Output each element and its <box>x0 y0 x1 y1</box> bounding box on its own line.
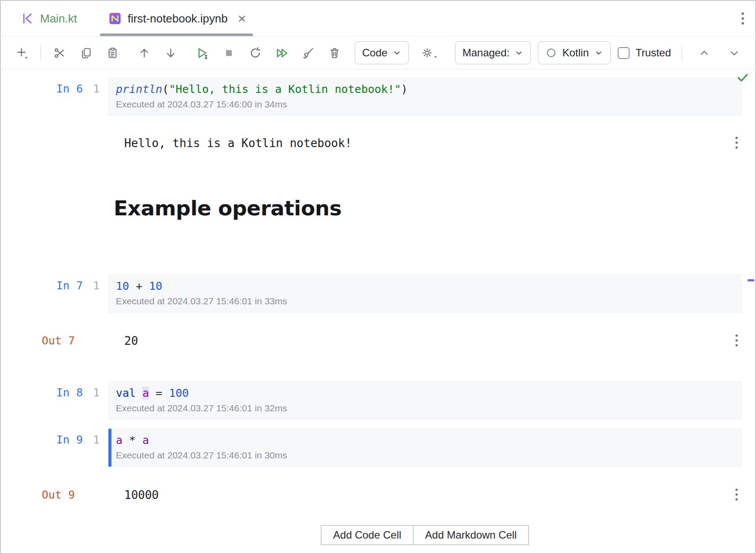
move-cell-up-button[interactable] <box>133 41 156 64</box>
output-options-kebab-icon[interactable] <box>735 488 738 501</box>
code-editor[interactable]: a * a Executed at 2024.03.27 15:46:01 in… <box>108 428 741 467</box>
settings-gear-button[interactable] <box>418 41 441 64</box>
run-all-icon <box>275 46 289 60</box>
next-cell-button[interactable] <box>723 41 745 64</box>
code-editor[interactable]: 10 + 10 Executed at 2024.03.27 15:46:01 … <box>108 274 741 313</box>
move-cell-down-button[interactable] <box>159 41 182 64</box>
code-line: a * a <box>116 432 734 448</box>
trash-icon <box>328 47 341 59</box>
restart-icon <box>249 47 262 59</box>
cell-in-label: In 6 <box>1 81 83 97</box>
output-text: 20 <box>124 332 138 350</box>
cut-cell-button[interactable] <box>48 41 71 64</box>
chevron-down-icon <box>728 47 740 59</box>
add-cell-footer: Add Code CellAdd Markdown Cell <box>108 525 741 545</box>
broom-icon <box>302 47 315 59</box>
output-options-kebab-icon[interactable] <box>735 334 738 347</box>
output-text: 10000 <box>124 486 159 504</box>
paste-icon <box>106 47 119 59</box>
close-tab-icon[interactable]: × <box>238 11 246 26</box>
cell-output-out9: Out 9 10000 <box>1 486 755 504</box>
clear-outputs-button[interactable] <box>296 41 319 64</box>
code-line: println("Hello, this is a Kotlin noteboo… <box>116 81 734 97</box>
prev-cell-button[interactable] <box>693 41 715 64</box>
cell-success-check-icon <box>736 70 750 85</box>
kernel-dropdown[interactable]: Kotlin <box>538 41 610 64</box>
kotlin-file-icon <box>21 12 34 25</box>
run-cell-button[interactable] <box>191 41 214 64</box>
markdown-heading[interactable]: Example operations <box>114 194 741 222</box>
add-markdown-cell-button[interactable]: Add Markdown Cell <box>414 525 529 545</box>
stop-kernel-button[interactable] <box>217 41 240 64</box>
notebook-toolbar: Code Managed: <box>1 37 755 70</box>
code-token: 100 <box>169 387 189 399</box>
scissors-icon <box>53 47 66 59</box>
tab-options-kebab-icon[interactable] <box>741 11 745 26</box>
kernel-value: Kotlin <box>562 47 589 59</box>
paste-cell-button[interactable] <box>101 41 124 64</box>
run-all-button[interactable] <box>270 41 293 64</box>
trusted-checkbox[interactable]: Trusted <box>618 47 671 59</box>
run-icon <box>196 46 209 60</box>
ide-window: Main.kt first-notebook.ipynb × <box>0 0 756 554</box>
cell-gutter: In 6 1 <box>1 78 108 116</box>
notebook-file-icon <box>108 11 122 26</box>
editor-tab-bar: Main.kt first-notebook.ipynb × <box>1 1 755 37</box>
code-token: a <box>116 434 122 447</box>
chevron-down-icon <box>393 48 401 57</box>
arrow-down-icon <box>164 47 177 59</box>
toolbar-separator <box>682 45 682 60</box>
code-line: val a = 100 <box>116 385 734 401</box>
delete-cell-button[interactable] <box>323 41 346 64</box>
code-editor[interactable]: val a = 100 Executed at 2024.03.27 15:46… <box>108 381 741 420</box>
line-number: 1 <box>93 278 100 294</box>
output-text: Hello, this is a Kotlin notebook! <box>124 134 352 152</box>
code-editor[interactable]: println("Hello, this is a Kotlin noteboo… <box>108 78 741 116</box>
stop-icon <box>222 47 235 59</box>
code-cell-in9[interactable]: In 9 1 a * a Executed at 2024.03.27 15:4… <box>1 428 755 467</box>
code-cell-in7[interactable]: In 7 1 10 + 10 Executed at 2024.03.27 15… <box>1 274 755 313</box>
tab-label: first-notebook.ipynb <box>128 12 228 26</box>
code-cell-in6[interactable]: In 6 1 println("Hello, this is a Kotlin … <box>1 78 755 116</box>
managed-dropdown[interactable]: Managed: <box>455 41 531 64</box>
code-token: 10 <box>116 280 129 292</box>
code-token: ) <box>401 83 408 96</box>
code-token: * <box>122 434 142 447</box>
chevron-down-icon <box>594 48 603 57</box>
gear-icon <box>421 46 437 59</box>
tab-first-notebook[interactable]: first-notebook.ipynb × <box>105 1 249 36</box>
execution-info: Executed at 2024.03.27 15:46:01 in 32ms <box>116 402 734 415</box>
execution-info: Executed at 2024.03.27 15:46:01 in 30ms <box>116 449 734 462</box>
add-code-cell-button[interactable]: Add Code Cell <box>321 525 414 545</box>
add-cell-button[interactable] <box>11 41 33 64</box>
code-token: println <box>116 83 162 96</box>
chevron-up-icon <box>698 47 710 59</box>
cell-out-label: Out 9 <box>1 486 75 504</box>
code-token: a <box>142 387 149 399</box>
code-cell-in8[interactable]: In 8 1 val a = 100 Executed at 2024.03.2… <box>1 381 755 420</box>
execution-info: Executed at 2024.03.27 15:46:01 in 33ms <box>116 295 734 308</box>
restart-kernel-button[interactable] <box>244 41 267 64</box>
managed-value: Managed: <box>463 47 510 59</box>
cell-type-dropdown[interactable]: Code <box>355 41 409 64</box>
cell-output-in6: Hello, this is a Kotlin notebook! <box>1 134 755 152</box>
toolbar-separator <box>41 45 41 60</box>
code-token: = <box>149 387 169 399</box>
cell-gutter: In 9 1 <box>1 428 108 467</box>
plus-icon <box>15 46 29 59</box>
output-options-kebab-icon[interactable] <box>735 136 738 149</box>
cell-type-value: Code <box>362 47 387 59</box>
kernel-circle-icon <box>545 47 557 59</box>
copy-cell-button[interactable] <box>74 41 97 64</box>
checkbox-box[interactable] <box>618 47 630 59</box>
chevron-down-icon <box>515 48 523 57</box>
cell-output-out7: Out 7 20 <box>1 332 755 350</box>
line-number: 1 <box>93 81 100 97</box>
code-token: a <box>142 434 149 447</box>
cell-in-label: In 9 <box>1 432 83 448</box>
tab-main-kt[interactable]: Main.kt <box>19 1 80 36</box>
tab-label: Main.kt <box>40 12 77 26</box>
cell-in-label: In 8 <box>1 385 83 401</box>
scrollbar-cell-mark <box>748 279 754 281</box>
cell-gutter: In 8 1 <box>1 381 108 420</box>
